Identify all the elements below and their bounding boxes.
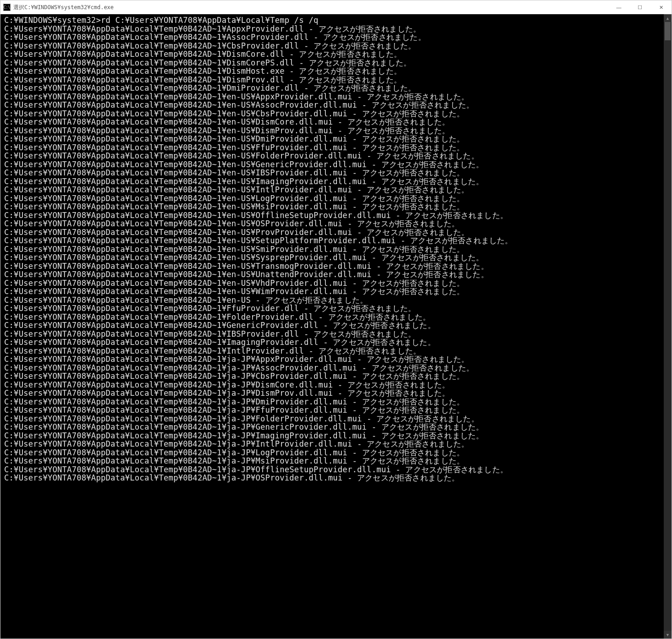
close-button[interactable]: ✕: [650, 0, 672, 14]
output-line: C:¥Users¥YONTA708¥AppData¥Local¥Temp¥0B4…: [4, 279, 671, 288]
output-line: C:¥Users¥YONTA708¥AppData¥Local¥Temp¥0B4…: [4, 84, 671, 93]
output-line: C:¥Users¥YONTA708¥AppData¥Local¥Temp¥0B4…: [4, 194, 671, 203]
scroll-down-icon[interactable]: ▼: [664, 631, 672, 639]
output-line: C:¥Users¥YONTA708¥AppData¥Local¥Temp¥0B4…: [4, 101, 671, 109]
output-line: C:¥Users¥YONTA708¥AppData¥Local¥Temp¥0B4…: [4, 126, 671, 135]
output-line: C:¥Users¥YONTA708¥AppData¥Local¥Temp¥0B4…: [4, 389, 671, 398]
titlebar[interactable]: C:\ 選択C:¥WINDOWS¥system32¥cmd.exe — ☐ ✕: [0, 0, 672, 14]
output-line: C:¥Users¥YONTA708¥AppData¥Local¥Temp¥0B4…: [4, 431, 671, 440]
output-line: C:¥Users¥YONTA708¥AppData¥Local¥Temp¥0B4…: [4, 211, 671, 220]
output-line: C:¥Users¥YONTA708¥AppData¥Local¥Temp¥0B4…: [4, 228, 671, 237]
output-line: C:¥Users¥YONTA708¥AppData¥Local¥Temp¥0B4…: [4, 355, 671, 364]
output-line: C:¥Users¥YONTA708¥AppData¥Local¥Temp¥0B4…: [4, 440, 671, 448]
maximize-button[interactable]: ☐: [629, 0, 650, 14]
output-line: C:¥Users¥YONTA708¥AppData¥Local¥Temp¥0B4…: [4, 313, 671, 322]
cmd-window: C:\ 選択C:¥WINDOWS¥system32¥cmd.exe — ☐ ✕ …: [0, 0, 672, 639]
output-line: C:¥Users¥YONTA708¥AppData¥Local¥Temp¥0B4…: [4, 59, 671, 67]
output-line: C:¥Users¥YONTA708¥AppData¥Local¥Temp¥0B4…: [4, 93, 671, 101]
output-line: C:¥Users¥YONTA708¥AppData¥Local¥Temp¥0B4…: [4, 42, 671, 50]
output-line: C:¥Users¥YONTA708¥AppData¥Local¥Temp¥0B4…: [4, 50, 671, 59]
output-line: C:¥Users¥YONTA708¥AppData¥Local¥Temp¥0B4…: [4, 457, 671, 465]
output-line: C:¥Users¥YONTA708¥AppData¥Local¥Temp¥0B4…: [4, 76, 671, 84]
output-line: C:¥Users¥YONTA708¥AppData¥Local¥Temp¥0B4…: [4, 169, 671, 177]
output-line: C:¥Users¥YONTA708¥AppData¥Local¥Temp¥0B4…: [4, 330, 671, 339]
console-output[interactable]: C:¥WINDOWS¥system32>rd C:¥Users¥YONTA708…: [0, 14, 672, 484]
output-line: C:¥Users¥YONTA708¥AppData¥Local¥Temp¥0B4…: [4, 406, 671, 415]
output-line: C:¥Users¥YONTA708¥AppData¥Local¥Temp¥0B4…: [4, 236, 671, 245]
output-line: C:¥Users¥YONTA708¥AppData¥Local¥Temp¥0B4…: [4, 465, 671, 474]
scroll-thumb[interactable]: [665, 22, 671, 40]
output-line: C:¥Users¥YONTA708¥AppData¥Local¥Temp¥0B4…: [4, 423, 671, 431]
output-line: C:¥Users¥YONTA708¥AppData¥Local¥Temp¥0B4…: [4, 321, 671, 330]
scroll-up-icon[interactable]: ▲: [664, 14, 672, 22]
cmd-icon: C:\: [3, 4, 11, 11]
output-line: C:¥Users¥YONTA708¥AppData¥Local¥Temp¥0B4…: [4, 270, 671, 279]
output-line: C:¥Users¥YONTA708¥AppData¥Local¥Temp¥0B4…: [4, 347, 671, 355]
output-line: C:¥Users¥YONTA708¥AppData¥Local¥Temp¥0B4…: [4, 109, 671, 118]
output-line: C:¥Users¥YONTA708¥AppData¥Local¥Temp¥0B4…: [4, 33, 671, 42]
command-line: C:¥WINDOWS¥system32>rd C:¥Users¥YONTA708…: [4, 16, 671, 25]
output-line: C:¥Users¥YONTA708¥AppData¥Local¥Temp¥0B4…: [4, 262, 671, 271]
output-line: C:¥Users¥YONTA708¥AppData¥Local¥Temp¥0B4…: [4, 253, 671, 262]
output-line: C:¥Users¥YONTA708¥AppData¥Local¥Temp¥0B4…: [4, 118, 671, 126]
vertical-scrollbar[interactable]: ▲ ▼: [664, 14, 672, 639]
output-line: C:¥Users¥YONTA708¥AppData¥Local¥Temp¥0B4…: [4, 398, 671, 406]
output-line: C:¥Users¥YONTA708¥AppData¥Local¥Temp¥0B4…: [4, 245, 671, 254]
output-line: C:¥Users¥YONTA708¥AppData¥Local¥Temp¥0B4…: [4, 372, 671, 381]
minimize-button[interactable]: —: [608, 0, 629, 14]
output-line: C:¥Users¥YONTA708¥AppData¥Local¥Temp¥0B4…: [4, 219, 671, 228]
output-line: C:¥Users¥YONTA708¥AppData¥Local¥Temp¥0B4…: [4, 304, 671, 313]
output-line: C:¥Users¥YONTA708¥AppData¥Local¥Temp¥0B4…: [4, 186, 671, 194]
output-line: C:¥Users¥YONTA708¥AppData¥Local¥Temp¥0B4…: [4, 152, 671, 160]
output-line: C:¥Users¥YONTA708¥AppData¥Local¥Temp¥0B4…: [4, 338, 671, 347]
output-line: C:¥Users¥YONTA708¥AppData¥Local¥Temp¥0B4…: [4, 25, 671, 33]
output-line: C:¥Users¥YONTA708¥AppData¥Local¥Temp¥0B4…: [4, 381, 671, 389]
output-line: C:¥Users¥YONTA708¥AppData¥Local¥Temp¥0B4…: [4, 296, 671, 305]
output-line: C:¥Users¥YONTA708¥AppData¥Local¥Temp¥0B4…: [4, 135, 671, 143]
window-controls: — ☐ ✕: [608, 0, 672, 14]
output-line: C:¥Users¥YONTA708¥AppData¥Local¥Temp¥0B4…: [4, 448, 671, 457]
console-area: C:¥WINDOWS¥system32>rd C:¥Users¥YONTA708…: [0, 14, 672, 639]
output-line: C:¥Users¥YONTA708¥AppData¥Local¥Temp¥0B4…: [4, 202, 671, 211]
output-line: C:¥Users¥YONTA708¥AppData¥Local¥Temp¥0B4…: [4, 160, 671, 169]
window-title: 選択C:¥WINDOWS¥system32¥cmd.exe: [13, 4, 608, 11]
output-line: C:¥Users¥YONTA708¥AppData¥Local¥Temp¥0B4…: [4, 364, 671, 372]
output-line: C:¥Users¥YONTA708¥AppData¥Local¥Temp¥0B4…: [4, 67, 671, 76]
output-line: C:¥Users¥YONTA708¥AppData¥Local¥Temp¥0B4…: [4, 474, 671, 482]
output-line: C:¥Users¥YONTA708¥AppData¥Local¥Temp¥0B4…: [4, 143, 671, 152]
output-line: C:¥Users¥YONTA708¥AppData¥Local¥Temp¥0B4…: [4, 287, 671, 296]
output-line: C:¥Users¥YONTA708¥AppData¥Local¥Temp¥0B4…: [4, 415, 671, 423]
output-line: C:¥Users¥YONTA708¥AppData¥Local¥Temp¥0B4…: [4, 177, 671, 186]
